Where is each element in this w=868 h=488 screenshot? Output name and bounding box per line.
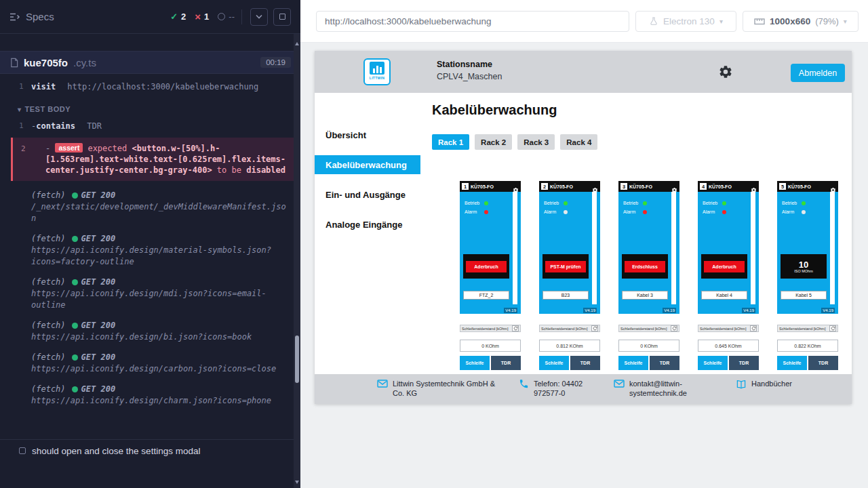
settings-gear-icon[interactable] — [718, 64, 733, 79]
refresh-icon[interactable] — [750, 325, 757, 331]
fetch-log-entry[interactable]: (fetch)GET 200 https://api.iconify.desig… — [0, 384, 300, 407]
refresh-icon[interactable] — [512, 325, 519, 331]
sidebar-item-analoge-eingaenge[interactable]: Analoge Eingänge — [315, 215, 420, 234]
command-row-contains[interactable]: 1 -contains TDR — [0, 119, 300, 134]
cable-name-field[interactable]: Kabel 4 — [701, 291, 747, 300]
tdr-button[interactable]: TDR — [808, 356, 838, 370]
tab-rack-2[interactable]: Rack 2 — [475, 134, 512, 150]
status-display: PST-M prüfen — [542, 254, 589, 279]
url-input[interactable] — [316, 11, 629, 32]
fetch-log-entry[interactable]: (fetch)GET 200 https://api.iconify.desig… — [0, 320, 300, 343]
tdr-button[interactable]: TDR — [570, 356, 600, 370]
specs-menu[interactable]: Specs — [9, 11, 54, 22]
refresh-icon[interactable] — [671, 325, 677, 331]
schleife-button[interactable]: Schleife — [539, 356, 569, 370]
tdr-button[interactable]: TDR — [491, 356, 521, 370]
gear-icon[interactable] — [830, 184, 836, 190]
gear-icon[interactable] — [751, 184, 757, 190]
email-icon — [614, 379, 625, 388]
device-faceplate: Betrieb Alarm 10 ISO MOhm Kabel 5 V4.19 — [777, 192, 838, 314]
station-name: CPLV4_Maschen — [437, 72, 502, 81]
collapse-button[interactable] — [250, 8, 268, 26]
device-stripe — [830, 192, 835, 304]
tab-rack-1[interactable]: Rack 1 — [432, 134, 469, 150]
alarm-status-button[interactable]: Aderbruch — [704, 261, 745, 272]
sidebar-item-label: Kabelüberwachung — [326, 160, 407, 170]
page-title: Kabelüberwachung — [432, 102, 852, 118]
scroll-up-arrow[interactable] — [295, 42, 299, 45]
schleife-button[interactable]: Schleife — [618, 356, 648, 370]
footer-manuals[interactable]: Handbücher — [736, 379, 792, 389]
fetch-label: (fetch) — [31, 277, 66, 287]
schleife-button[interactable]: Schleife — [460, 356, 490, 370]
logout-button[interactable]: Abmelden — [791, 64, 845, 82]
assert-badge: assert — [55, 143, 83, 152]
fetch-status: GET 200 — [81, 321, 116, 330]
stop-icon — [279, 14, 285, 20]
failed-assert[interactable]: 2 - assertexpected <button.w-[50%].h-[1.… — [11, 138, 300, 181]
alarm-status-button[interactable]: Erdschluss — [625, 261, 665, 272]
device-stripe — [671, 192, 676, 304]
refresh-icon[interactable] — [591, 325, 598, 331]
fetch-log-entry[interactable]: (fetch)GET 200 /_next/static/development… — [0, 190, 300, 224]
betrieb-led — [564, 201, 568, 205]
scroll-down-arrow[interactable] — [295, 481, 299, 484]
alarm-led — [802, 210, 806, 214]
browser-select[interactable]: Electron 130 ▾ — [635, 11, 736, 32]
resistance-label: Schleifenwiderstand [kOhm] — [620, 327, 667, 331]
assert-text-pre: expected — [87, 144, 132, 153]
card-header: 1 KÜ705-FO — [460, 181, 521, 192]
cable-name-field[interactable]: FTZ_2 — [463, 291, 509, 300]
cable-name-field[interactable]: B23 — [542, 291, 589, 300]
test-icon — [19, 447, 26, 454]
gear-icon[interactable] — [513, 184, 519, 190]
gear-icon[interactable] — [671, 184, 677, 190]
card-model-label: KÜ705-FO — [471, 184, 494, 189]
sidebar-item-kabelueberwachung[interactable]: Kabelüberwachung — [315, 155, 420, 174]
alarm-status-button[interactable]: PST-M prüfen — [545, 261, 586, 272]
status-display: 10 ISO MOhm — [781, 254, 827, 279]
fetch-log-entry[interactable]: (fetch)GET 200 https://api.iconify.desig… — [0, 277, 300, 311]
test-body-section[interactable]: ▾ TEST BODY — [0, 105, 300, 113]
device-stripe — [513, 192, 517, 304]
alarm-label: Alarm — [782, 209, 802, 214]
fetch-label: (fetch) — [31, 234, 66, 243]
gear-icon[interactable] — [592, 184, 598, 190]
tab-rack-3[interactable]: Rack 3 — [517, 134, 555, 150]
pending-count: -- — [229, 12, 235, 22]
app-body: Übersicht Kabelüberwachung Ein- und Ausg… — [315, 93, 852, 374]
sidebar-item-uebersicht[interactable]: Übersicht — [315, 125, 420, 144]
device-stripe — [592, 192, 597, 304]
device-card: 4 KÜ705-FO Betrieb Alarm Aderbruch Kabel… — [698, 181, 759, 374]
tdr-button[interactable]: TDR — [729, 356, 759, 370]
stop-button[interactable] — [273, 8, 291, 26]
alarm-status-button[interactable]: Aderbruch — [466, 261, 507, 272]
resistance-label-bar: Schleifenwiderstand [kOhm] — [618, 325, 679, 332]
viewport-zoom: (79%) — [815, 16, 839, 26]
reporter-scrollbar[interactable] — [294, 34, 300, 488]
sidebar-item-ein-und-ausgaenge[interactable]: Ein- und Ausgänge — [315, 185, 420, 204]
schleife-button[interactable]: Schleife — [698, 356, 728, 370]
schleife-button[interactable]: Schleife — [777, 356, 807, 370]
scrollbar-thumb[interactable] — [295, 336, 299, 383]
refresh-icon[interactable] — [829, 325, 836, 331]
section-label: TEST BODY — [25, 105, 71, 113]
card-number-badge: 5 — [779, 183, 786, 190]
command-row-visit[interactable]: 1 visit http://localhost:3000/kabelueber… — [0, 79, 300, 94]
fetch-log-entry[interactable]: (fetch)GET 200 https://api.iconify.desig… — [0, 233, 300, 268]
resistance-label: Schleifenwiderstand [kOhm] — [700, 327, 746, 331]
card-header: 5 KÜ705-FO — [777, 181, 838, 192]
fetch-log-entry[interactable]: (fetch)GET 200 https://api.iconify.desig… — [0, 352, 300, 375]
spec-header[interactable]: kue705fo.cy.ts 00:19 — [0, 51, 300, 74]
fetch-status: GET 200 — [81, 352, 116, 362]
assert-expected-value: disabled — [246, 165, 285, 175]
resistance-value: 0.812 KOhm — [539, 340, 600, 352]
tab-rack-4[interactable]: Rack 4 — [560, 134, 597, 150]
betrieb-label: Betrieb — [782, 201, 802, 205]
next-test-row[interactable]: should open and close the settings modal — [0, 439, 294, 462]
viewport-select[interactable]: 1000x660 (79%) ▾ — [743, 11, 859, 32]
tdr-button[interactable]: TDR — [650, 356, 679, 370]
cable-name-field[interactable]: Kabel 3 — [622, 291, 668, 300]
cable-name-field[interactable]: Kabel 5 — [781, 291, 827, 300]
chevron-down-icon: ▾ — [18, 106, 22, 113]
